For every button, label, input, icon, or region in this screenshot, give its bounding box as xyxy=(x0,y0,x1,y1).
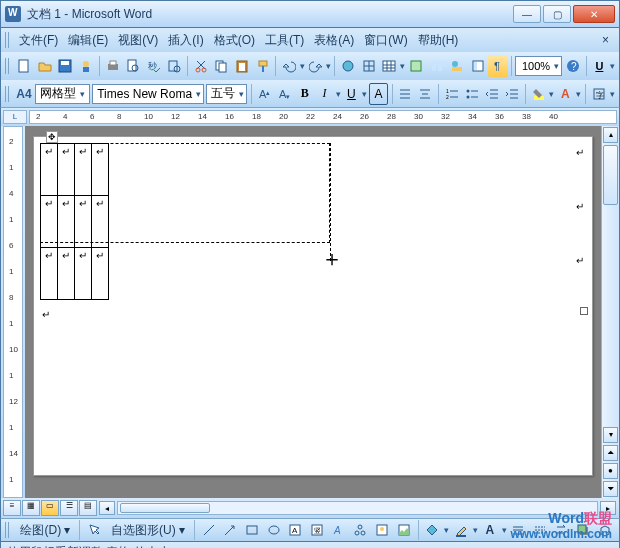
minimize-button[interactable]: — xyxy=(513,5,541,23)
line-icon[interactable] xyxy=(199,519,219,541)
copy-icon[interactable] xyxy=(212,55,232,77)
styles-pane-icon[interactable]: A4 xyxy=(15,83,33,105)
outdent-icon[interactable] xyxy=(483,83,501,105)
scroll-up-button[interactable]: ▴ xyxy=(603,127,618,143)
scroll-down-button[interactable]: ▾ xyxy=(603,427,618,443)
redo-dropdown[interactable]: ▾ xyxy=(326,61,331,71)
zoom-combo[interactable]: 100%▾ xyxy=(515,56,562,76)
indent-icon[interactable] xyxy=(503,83,521,105)
tables-borders-icon[interactable] xyxy=(359,55,379,77)
underline-icon[interactable]: U xyxy=(590,55,610,77)
hyperlink-icon[interactable] xyxy=(338,55,358,77)
ms-help-icon[interactable]: ? xyxy=(563,55,583,77)
toolbar1-handle[interactable] xyxy=(5,58,9,74)
linecolor-icon[interactable] xyxy=(451,519,471,541)
highlight-icon[interactable] xyxy=(530,83,548,105)
3d-icon[interactable] xyxy=(595,519,615,541)
draw-menu[interactable]: 绘图(D) ▾ xyxy=(15,520,75,541)
fontcolor2-icon[interactable]: A xyxy=(480,519,500,541)
undo-icon[interactable] xyxy=(279,55,299,77)
docmap-icon[interactable] xyxy=(468,55,488,77)
permissions-icon[interactable] xyxy=(76,55,96,77)
oval-icon[interactable] xyxy=(264,519,284,541)
fontcolor-dropdown[interactable]: ▾ xyxy=(576,89,581,99)
spellcheck-icon[interactable]: 秒 xyxy=(144,55,164,77)
textbox-icon[interactable]: A xyxy=(286,519,306,541)
font-combo[interactable]: Times New Roma▾ xyxy=(92,84,204,104)
menu-help[interactable]: 帮助(H) xyxy=(413,30,464,51)
underline-dropdown[interactable]: ▾ xyxy=(610,61,615,71)
autoshapes-menu[interactable]: 自选图形(U) ▾ xyxy=(106,520,190,541)
rectangle-icon[interactable] xyxy=(242,519,262,541)
horizontal-ruler[interactable]: 246810121416182022242628303234363840 xyxy=(29,110,617,124)
prev-page-button[interactable]: ⏶ xyxy=(603,445,618,461)
insert-table-icon[interactable] xyxy=(380,55,400,77)
menu-format[interactable]: 格式(O) xyxy=(209,30,260,51)
document-viewport[interactable]: ✥ ↵↵↵↵ ↵↵↵↵ ↵↵↵↵ ＋ ↵ ↵ ↵ ↵ xyxy=(25,126,601,498)
web-view-button[interactable]: ▦ xyxy=(22,500,40,516)
vertical-scrollbar[interactable]: ▴ ▾ ⏶ ● ⏷ xyxy=(601,126,619,498)
normal-view-button[interactable]: ≡ xyxy=(3,500,21,516)
bold-button[interactable]: B xyxy=(296,83,314,105)
menu-tools[interactable]: 工具(T) xyxy=(260,30,309,51)
style-combo[interactable]: 网格型▾ xyxy=(35,84,90,104)
showmarks-icon[interactable]: ¶ xyxy=(488,55,508,77)
menu-table[interactable]: 表格(A) xyxy=(309,30,359,51)
save-icon[interactable] xyxy=(56,55,76,77)
italic-dropdown[interactable]: ▾ xyxy=(336,89,341,99)
insert-sheet-icon[interactable] xyxy=(406,55,426,77)
formatpainter-icon[interactable] xyxy=(253,55,273,77)
arrowstyle-icon[interactable] xyxy=(552,519,572,541)
open-icon[interactable] xyxy=(35,55,55,77)
maximize-button[interactable]: ▢ xyxy=(543,5,571,23)
paste-icon[interactable] xyxy=(232,55,252,77)
columns-icon[interactable] xyxy=(427,55,447,77)
wordart-icon[interactable]: A xyxy=(329,519,349,541)
print-icon[interactable] xyxy=(103,55,123,77)
diagram-icon[interactable] xyxy=(351,519,371,541)
highlight-dropdown[interactable]: ▾ xyxy=(549,89,554,99)
hscroll-right-button[interactable]: ▸ xyxy=(600,501,616,515)
underline2-button[interactable]: U xyxy=(343,83,361,105)
dashstyle-icon[interactable] xyxy=(530,519,550,541)
undo-dropdown[interactable]: ▾ xyxy=(300,61,305,71)
table-resize-handle[interactable] xyxy=(580,307,588,315)
asian-layout-icon[interactable]: 字 xyxy=(590,83,608,105)
cut-icon[interactable] xyxy=(191,55,211,77)
italic-button[interactable]: I xyxy=(316,83,334,105)
numbering-icon[interactable]: 12 xyxy=(443,83,461,105)
next-page-button[interactable]: ⏷ xyxy=(603,481,618,497)
asian-dropdown[interactable]: ▾ xyxy=(610,89,615,99)
vertical-ruler[interactable]: 21416181101121141 xyxy=(3,126,23,498)
picture-icon[interactable] xyxy=(394,519,414,541)
menu-edit[interactable]: 编辑(E) xyxy=(63,30,113,51)
scroll-thumb[interactable] xyxy=(603,145,618,205)
fmtbar-handle[interactable] xyxy=(5,86,9,102)
print-view-button[interactable]: ▭ xyxy=(41,500,59,516)
shadow-icon[interactable] xyxy=(574,519,594,541)
menu-file[interactable]: 文件(F) xyxy=(14,30,63,51)
bullets-icon[interactable] xyxy=(463,83,481,105)
vtextbox-icon[interactable]: 竖 xyxy=(307,519,327,541)
menu-insert[interactable]: 插入(I) xyxy=(163,30,208,51)
fontcolor-button[interactable]: A xyxy=(556,83,574,105)
browse-object-button[interactable]: ● xyxy=(603,463,618,479)
underline2-dropdown[interactable]: ▾ xyxy=(362,89,367,99)
table-move-handle[interactable]: ✥ xyxy=(46,131,58,143)
align-center-icon[interactable] xyxy=(416,83,434,105)
char-border-button[interactable]: A xyxy=(369,83,387,105)
redo-icon[interactable] xyxy=(306,55,326,77)
fontsize-combo[interactable]: 五号▾ xyxy=(206,84,247,104)
arrow-icon[interactable] xyxy=(221,519,241,541)
preview-icon[interactable] xyxy=(123,55,143,77)
hscroll-left-button[interactable]: ◂ xyxy=(99,501,115,515)
align-distribute-icon[interactable] xyxy=(396,83,414,105)
fillcolor-icon[interactable] xyxy=(423,519,443,541)
drawing-toggle-icon[interactable] xyxy=(447,55,467,77)
clipart-icon[interactable] xyxy=(372,519,392,541)
drawbar-handle[interactable] xyxy=(5,522,9,538)
lineweight-icon[interactable] xyxy=(509,519,529,541)
table-dropdown[interactable]: ▾ xyxy=(400,61,405,71)
menubar-handle[interactable] xyxy=(5,32,10,48)
menu-window[interactable]: 窗口(W) xyxy=(359,30,412,51)
